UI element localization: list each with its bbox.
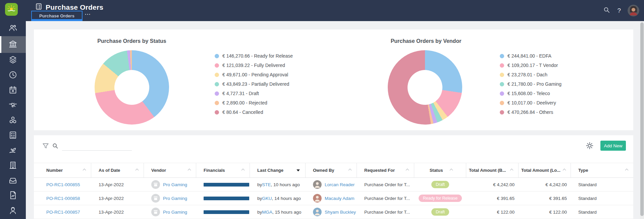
owner-link[interactable]: Macauly Adam	[325, 196, 355, 201]
column-header-total-amount-b[interactable]: Total Amount (B...	[466, 163, 519, 177]
sunrise-logo-icon	[6, 4, 16, 15]
legend-item[interactable]: € 109,200.17 - T Vendor	[500, 61, 561, 70]
column-header-total-amount-lo[interactable]: Total Amount (Lo...	[519, 163, 571, 177]
cell-as-of-date: 13-Apr-2022	[91, 178, 144, 191]
legend-item[interactable]: € 49,671.00 - Pending Approval	[215, 70, 293, 79]
legend-item[interactable]: € 2,890.00 - Rejected	[215, 98, 293, 107]
help-icon[interactable]: ?	[617, 7, 621, 14]
column-label: Status	[430, 168, 443, 173]
owner-link[interactable]: Lorcan Reader	[325, 182, 355, 187]
table-search-input[interactable]	[62, 143, 132, 151]
search-icon[interactable]	[603, 6, 610, 15]
sidebar-item-people[interactable]	[0, 21, 26, 36]
app-logo[interactable]	[5, 3, 18, 16]
donut-chart-vendor[interactable]	[388, 50, 462, 125]
column-header-as-of-date[interactable]: As of Date	[91, 163, 144, 177]
sort-chevron-icon[interactable]	[348, 169, 352, 172]
sidebar-item-deals[interactable]	[0, 98, 26, 113]
legend-label: € 470,266.84 - Others	[507, 110, 553, 115]
sort-chevron-icon[interactable]	[510, 169, 514, 172]
table-row[interactable]: PO-RC1-00085813-Apr-2022Pro Gamingby GKU…	[34, 192, 633, 205]
po-number-link[interactable]: PO-RC1-000855	[46, 182, 80, 187]
sort-chevron-icon[interactable]	[83, 169, 86, 172]
legend-status: € 146,270.66 - Ready for Release€ 121,03…	[215, 51, 293, 117]
vendor-link[interactable]: Pro Gaming	[163, 210, 187, 215]
page-title-wrap: Purchase Orders	[35, 3, 103, 12]
sidebar-item-reports[interactable]	[0, 189, 26, 204]
legend-item[interactable]: € 244,841.00 - EDFA	[500, 51, 561, 61]
legend-item[interactable]: € 15,608.00 - Teleco	[500, 89, 561, 98]
status-badge: Draft	[431, 181, 449, 188]
calendar-icon	[8, 85, 17, 96]
legend-item[interactable]: € 121,039.22 - Fully Delivered	[215, 61, 293, 70]
sort-chevron-icon[interactable]	[136, 169, 139, 172]
legend-item[interactable]: € 10,017.00 - Deelivery	[500, 98, 561, 107]
po-number-link[interactable]: PO-RC1-000857	[46, 210, 80, 215]
vendor-link[interactable]: Pro Gaming	[163, 182, 187, 187]
chart-status-block: Purchase Orders by Status € 146,270.66 -…	[34, 29, 333, 130]
sidebar-item-archive[interactable]	[0, 173, 26, 189]
column-header-requested-for[interactable]: Requested For	[357, 163, 414, 177]
legend-item[interactable]: € 23,278.01 - Dach	[500, 70, 561, 79]
purchase-orders-page: Purchase Orders Purchase Orders ··· ?	[0, 0, 644, 219]
cell-as-of-date: 13-Apr-2022	[91, 205, 144, 219]
column-header-status[interactable]: Status	[414, 163, 466, 177]
legend-item[interactable]: € 470,266.84 - Others	[500, 107, 561, 117]
page-title: Purchase Orders	[46, 3, 103, 11]
column-header-owned-by[interactable]: Owned By	[306, 163, 357, 177]
column-header-type[interactable]: Type	[571, 163, 633, 177]
sidebar-item-history[interactable]	[0, 68, 26, 83]
table-search-icon[interactable]	[52, 142, 59, 151]
column-header-last-change[interactable]: Last Change	[250, 163, 306, 177]
last-change-user-link[interactable]: STE	[262, 182, 271, 187]
sort-chevron-icon[interactable]	[188, 169, 191, 172]
donut-chart-status[interactable]	[95, 50, 169, 125]
last-change-time: , 10 hours ago	[271, 182, 300, 187]
legend-item[interactable]: € 80.64 - Cancelled	[215, 107, 293, 117]
sidebar-item-layers[interactable]	[0, 53, 26, 68]
add-new-button[interactable]: Add New	[600, 141, 626, 151]
cell-financials	[196, 178, 250, 191]
po-number-link[interactable]: PO-RC1-000858	[46, 196, 80, 201]
last-change-user-link[interactable]: MGA	[262, 210, 272, 215]
legend-item[interactable]: € 43,849.23 - Partially Delivered	[215, 79, 293, 89]
sort-chevron-icon[interactable]	[625, 169, 629, 172]
column-header-vendor[interactable]: Vendor	[144, 163, 196, 177]
legend-bullet	[500, 91, 504, 96]
table-row[interactable]: PO-RC1-00085513-Apr-2022Pro Gamingby STE…	[34, 178, 633, 192]
tab-label: Purchase Orders	[39, 13, 74, 18]
scrollbar-thumb[interactable]	[640, 22, 644, 216]
sidebar-item-procurement[interactable]	[0, 36, 26, 53]
filter-icon[interactable]	[42, 142, 49, 151]
owner-avatar	[313, 180, 322, 189]
sort-chevron-icon[interactable]	[241, 169, 245, 172]
vendor-link[interactable]: Pro Gaming	[163, 196, 187, 201]
gear-icon[interactable]	[586, 142, 594, 151]
sidebar-item-products[interactable]	[0, 113, 26, 128]
handshake-icon	[8, 100, 17, 111]
sidebar-item-order-list[interactable]	[0, 128, 26, 143]
column-header-number[interactable]: Number	[34, 163, 91, 177]
column-label: As of Date	[99, 168, 120, 173]
table-row[interactable]: PO-RC1-00085713-Apr-2022Pro Gamingby MGA…	[34, 205, 633, 219]
tab-more-button[interactable]: ···	[85, 11, 91, 17]
last-change-user-link[interactable]: GKU	[262, 196, 272, 201]
legend-item[interactable]: € 4,727.31 - Draft	[215, 89, 293, 98]
owner-link[interactable]: Shyam Buckley	[325, 210, 356, 215]
sort-chevron-icon[interactable]	[563, 169, 566, 172]
column-header-financials[interactable]: Financials	[196, 163, 250, 177]
legend-bullet	[215, 54, 219, 58]
sort-desc-icon[interactable]	[297, 169, 300, 171]
page-scrollbar[interactable]	[640, 21, 644, 219]
legend-item[interactable]: € 21,780.00 - Pro Gaming	[500, 79, 561, 89]
legend-item[interactable]: € 146,270.66 - Ready for Release	[215, 51, 293, 61]
cell-total-local: € 4,242.00	[519, 178, 571, 191]
sidebar-item-growth[interactable]	[0, 143, 26, 158]
user-avatar[interactable]	[628, 5, 639, 16]
sidebar-item-profile[interactable]	[0, 204, 26, 219]
sidebar-item-schedule[interactable]	[0, 83, 26, 98]
tab-purchase-orders[interactable]: Purchase Orders	[31, 11, 83, 21]
sort-chevron-icon[interactable]	[450, 169, 453, 172]
sidebar-item-company[interactable]	[0, 158, 26, 173]
sort-chevron-icon[interactable]	[406, 169, 409, 172]
